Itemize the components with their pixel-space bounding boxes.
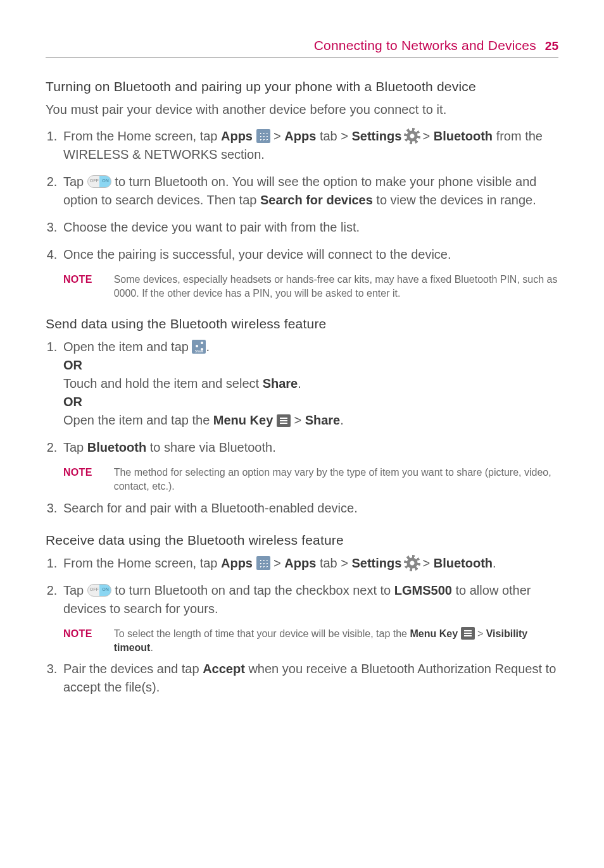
apps-icon: [256, 129, 270, 143]
text: .: [298, 376, 301, 390]
note-label: NOTE: [63, 273, 92, 301]
settings-icon: [405, 129, 419, 143]
text: Tap: [63, 175, 87, 189]
lgms500-label: LGMS500: [394, 583, 452, 597]
pairing-steps: From the Home screen, tap Apps > Apps ta…: [46, 127, 558, 264]
apps-tab-label: Apps: [284, 129, 316, 143]
toggle-icon: [87, 584, 111, 597]
or-label: OR: [63, 358, 82, 372]
text: .: [340, 413, 344, 427]
apps-tab-label: Apps: [284, 556, 316, 570]
send-steps-cont: Search for and pair with a Bluetooth-ena…: [46, 499, 558, 518]
text: Tap: [63, 583, 87, 597]
bluetooth-label: Bluetooth: [434, 129, 493, 143]
pairing-intro: You must pair your device with another d…: [46, 101, 558, 118]
receive-step-1: From the Home screen, tap Apps > Apps ta…: [61, 554, 558, 573]
apps-label: Apps: [221, 129, 253, 143]
text: .: [150, 642, 153, 653]
text: >: [475, 628, 486, 639]
menu-key-label: Menu Key: [410, 628, 458, 639]
text: >: [270, 129, 285, 143]
send-step-3: Search for and pair with a Bluetooth-ena…: [61, 499, 558, 518]
text: .: [493, 556, 496, 570]
receive-note: NOTE To select the length of time that y…: [63, 627, 558, 655]
header-title: Connecting to Networks and Devices: [314, 38, 536, 53]
page: Connecting to Networks and Devices 25 Tu…: [0, 0, 604, 731]
bluetooth-label: Bluetooth: [87, 440, 146, 454]
or-label: OR: [63, 395, 82, 409]
page-number: 25: [545, 39, 558, 53]
settings-label: Settings: [352, 556, 402, 570]
settings-label: Settings: [352, 129, 402, 143]
receive-steps: From the Home screen, tap Apps > Apps ta…: [46, 554, 558, 618]
send-steps: Open the item and tap . OR Touch and hol…: [46, 338, 558, 457]
text: Touch and hold the item and select: [63, 376, 263, 390]
text: >: [419, 556, 434, 570]
text: Tap: [63, 440, 87, 454]
settings-icon: [405, 556, 419, 570]
text: Open the item and tap: [63, 340, 192, 354]
text: Pair the devices and tap: [63, 662, 203, 676]
pairing-step-3: Choose the device you want to pair with …: [61, 218, 558, 237]
note-label: NOTE: [63, 627, 92, 655]
send-step-1: Open the item and tap . OR Touch and hol…: [61, 338, 558, 430]
share-label: Share: [263, 376, 298, 390]
text: to share via Bluetooth.: [146, 440, 276, 454]
note-text: To select the length of time that your d…: [114, 627, 558, 655]
text: From the Home screen, tap: [63, 129, 221, 143]
note-text: Some devices, especially headsets or han…: [114, 273, 558, 301]
search-devices-label: Search for devices: [260, 193, 373, 207]
apps-icon: [256, 556, 270, 570]
note-text: The method for selecting an option may v…: [114, 466, 558, 494]
text: to turn Bluetooth on and tap the checkbo…: [111, 583, 394, 597]
receive-steps-cont: Pair the devices and tap Accept when you…: [46, 660, 558, 697]
receive-step-3: Pair the devices and tap Accept when you…: [61, 660, 558, 697]
menu-icon: [461, 627, 475, 640]
apps-label: Apps: [221, 556, 253, 570]
send-step-2: Tap Bluetooth to share via Bluetooth.: [61, 438, 558, 457]
note-label: NOTE: [63, 466, 92, 494]
bluetooth-label: Bluetooth: [434, 556, 493, 570]
text: tab >: [316, 556, 351, 570]
text: To select the length of time that your d…: [114, 628, 410, 639]
toggle-icon: [87, 175, 111, 188]
send-note: NOTE The method for selecting an option …: [63, 466, 558, 494]
text: >: [291, 413, 305, 427]
text: >: [270, 556, 285, 570]
menu-key-label: Menu Key: [213, 413, 273, 427]
section-title-receive: Receive data using the Bluetooth wireles…: [46, 533, 558, 548]
text: From the Home screen, tap: [63, 556, 221, 570]
share-label: Share: [305, 413, 341, 427]
text: .: [206, 340, 210, 354]
menu-icon: [277, 414, 291, 427]
pairing-step-1: From the Home screen, tap Apps > Apps ta…: [61, 127, 558, 164]
pairing-step-2: Tap to turn Bluetooth on. You will see t…: [61, 173, 558, 209]
share-icon: [192, 340, 206, 354]
header: Connecting to Networks and Devices 25: [46, 38, 558, 58]
pairing-note: NOTE Some devices, especially headsets o…: [63, 273, 558, 301]
section-title-send: Send data using the Bluetooth wireless f…: [46, 316, 558, 332]
text: Open the item and tap the: [63, 413, 213, 427]
receive-step-2: Tap to turn Bluetooth on and tap the che…: [61, 581, 558, 618]
text: to view the devices in range.: [373, 193, 536, 207]
text: >: [419, 129, 434, 143]
pairing-step-4: Once the pairing is successful, your dev…: [61, 245, 558, 264]
section-title-pairing: Turning on Bluetooth and pairing up your…: [46, 79, 558, 94]
accept-label: Accept: [203, 662, 245, 676]
text: tab >: [316, 129, 351, 143]
